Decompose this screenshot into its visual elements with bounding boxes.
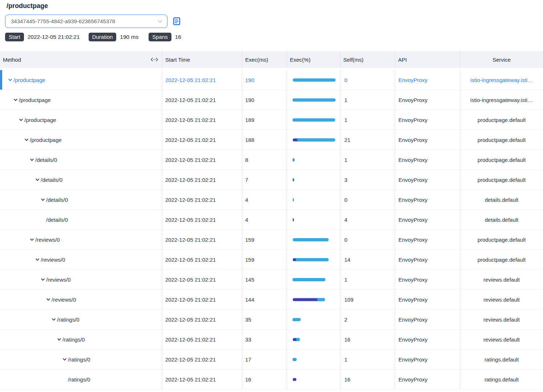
trace-span-row[interactable]: /details/0 2022-12-05 21:02:21 4 4 Envoy… [0, 210, 543, 230]
trace-span-row[interactable]: /details/0 2022-12-05 21:02:21 7 3 Envoy… [0, 170, 543, 190]
exec-ms-value: 145 [245, 277, 254, 283]
exec-pct-cell [287, 330, 340, 349]
exec-percent-bar [293, 358, 336, 361]
trace-span-row[interactable]: /reviews/0 2022-12-05 21:02:21 144 109 E… [0, 290, 543, 310]
trace-list-button[interactable] [172, 17, 181, 26]
trace-span-row[interactable]: /ratings/0 2022-12-05 21:02:21 17 1 Envo… [0, 350, 543, 369]
method-label: /details/0 [41, 177, 62, 183]
collapse-arrow-icon[interactable] [52, 317, 56, 322]
exec-percent-bar [293, 198, 336, 201]
self-ms-cell: 16 [340, 330, 395, 349]
exec-ms-cell: 17 [242, 350, 287, 369]
trace-span-row[interactable]: /reviews/0 2022-12-05 21:02:21 159 0 Env… [0, 230, 543, 250]
column-self-ms: Self(ms) [340, 51, 395, 68]
method-cell: /ratings/0 [0, 369, 162, 389]
collapse-arrow-icon[interactable] [19, 118, 23, 122]
collapse-arrow-icon[interactable] [13, 98, 18, 102]
collapse-arrow-icon[interactable] [30, 158, 34, 162]
trace-detail-page: /productpage 34347445-7755-4842-a939-623… [0, 0, 543, 392]
method-cell: /reviews/0 [0, 270, 162, 289]
trace-span-row[interactable]: /reviews/0 2022-12-05 21:02:21 145 1 Env… [0, 270, 543, 290]
method-cell: /details/0 [0, 210, 162, 229]
collapse-arrow-icon[interactable] [35, 257, 40, 262]
api-cell: EnvoyProxy [395, 110, 460, 130]
method-label: /ratings/0 [57, 317, 80, 323]
trace-span-row[interactable]: /productpage 2022-12-05 21:02:21 188 21 … [0, 130, 543, 150]
trace-span-row[interactable]: /reviews/0 2022-12-05 21:02:21 159 14 En… [0, 250, 543, 270]
collapse-arrow-icon[interactable] [24, 138, 29, 142]
exec-ms-cell: 190 [242, 90, 287, 110]
self-ms-value: 0 [344, 237, 347, 243]
self-bar [293, 179, 293, 181]
self-ms-cell: 16 [340, 369, 395, 389]
collapse-arrow-icon[interactable] [30, 237, 34, 242]
service-cell: reviews.default [460, 290, 543, 309]
exec-ms-cell: 159 [242, 250, 287, 269]
exec-ms-cell: 159 [242, 230, 287, 249]
service-cell: ratings.default [460, 369, 543, 389]
exec-percent-bar [293, 278, 336, 281]
trace-span-row[interactable]: /ratings/0 2022-12-05 21:02:21 33 16 Env… [0, 330, 543, 350]
collapse-arrow-icon[interactable] [57, 337, 61, 342]
service-value: details.default [485, 197, 519, 203]
collapse-arrow-icon[interactable] [8, 78, 12, 82]
start-time-value: 2022-12-05 21:02:21 [165, 117, 216, 123]
self-ms-value: 1 [344, 277, 347, 283]
spans-badge: Spans [149, 33, 171, 41]
self-ms-value: 1 [344, 356, 347, 363]
method-label: /ratings/0 [68, 356, 90, 363]
collapse-arrow-icon[interactable] [62, 357, 67, 362]
api-value: EnvoyProxy [398, 257, 427, 263]
start-time-cell: 2022-12-05 21:02:21 [162, 150, 242, 170]
api-value: EnvoyProxy [398, 237, 427, 243]
self-bar [293, 258, 296, 261]
self-ms-value: 3 [344, 177, 347, 183]
service-cell: productpage.default [460, 130, 543, 150]
exec-percent-bar [293, 378, 336, 381]
collapse-arrow-icon[interactable] [41, 277, 45, 282]
column-resize-icon[interactable] [150, 57, 158, 62]
exec-ms-cell: 33 [242, 330, 287, 349]
self-ms-value: 1 [344, 117, 347, 123]
trace-span-row[interactable]: /productpage 2022-12-05 21:02:21 189 1 E… [0, 110, 543, 130]
start-time-cell: 2022-12-05 21:02:21 [162, 310, 242, 329]
trace-id-select[interactable]: 34347445-7755-4842-a939-623656745378 [5, 15, 167, 28]
self-ms-cell: 1 [340, 150, 395, 170]
self-ms-value: 1 [344, 157, 347, 163]
method-label: /reviews/0 [41, 257, 65, 263]
collapse-arrow-icon[interactable] [41, 197, 45, 202]
exec-ms-value: 33 [245, 336, 251, 343]
service-value: reviews.default [483, 336, 520, 343]
collapse-arrow-icon[interactable] [35, 177, 40, 182]
self-bar [293, 338, 296, 341]
exec-pct-cell [287, 130, 340, 150]
exec-bar [293, 258, 329, 261]
start-value: 2022-12-05 21:02:21 [28, 34, 80, 40]
trace-span-row[interactable]: /productpage 2022-12-05 21:02:21 190 0 E… [0, 70, 543, 90]
self-bar [293, 219, 294, 221]
exec-bar [293, 238, 329, 241]
self-ms-value: 1 [344, 97, 347, 103]
self-ms-cell: 4 [340, 210, 395, 229]
service-value: reviews.default [483, 317, 520, 323]
exec-bar [293, 278, 325, 281]
start-time-cell: 2022-12-05 21:02:21 [162, 130, 242, 150]
method-label: /reviews/0 [35, 237, 60, 243]
trace-span-row[interactable]: /details/0 2022-12-05 21:02:21 4 0 Envoy… [0, 190, 543, 210]
trace-span-row[interactable]: /productpage 2022-12-05 21:02:21 190 1 E… [0, 90, 543, 110]
duration-badge: Duration [89, 33, 117, 41]
service-value: details.default [485, 217, 519, 223]
trace-span-row[interactable]: /ratings/0 2022-12-05 21:02:21 16 16 Env… [0, 369, 543, 389]
collapse-arrow-icon[interactable] [46, 297, 50, 302]
trace-span-row[interactable]: /ratings/0 2022-12-05 21:02:21 35 2 Envo… [0, 310, 543, 330]
service-value: ratings.default [485, 356, 519, 363]
api-value: EnvoyProxy [398, 317, 427, 323]
exec-ms-value: 144 [245, 297, 254, 303]
self-ms-cell: 1 [340, 270, 395, 289]
self-ms-value: 0 [344, 77, 347, 83]
exec-pct-cell [287, 310, 340, 329]
api-cell: EnvoyProxy [395, 290, 460, 309]
trace-span-row[interactable]: /details/0 2022-12-05 21:02:21 8 1 Envoy… [0, 150, 543, 170]
service-value: productpage.default [478, 237, 526, 243]
exec-bar [293, 198, 294, 201]
